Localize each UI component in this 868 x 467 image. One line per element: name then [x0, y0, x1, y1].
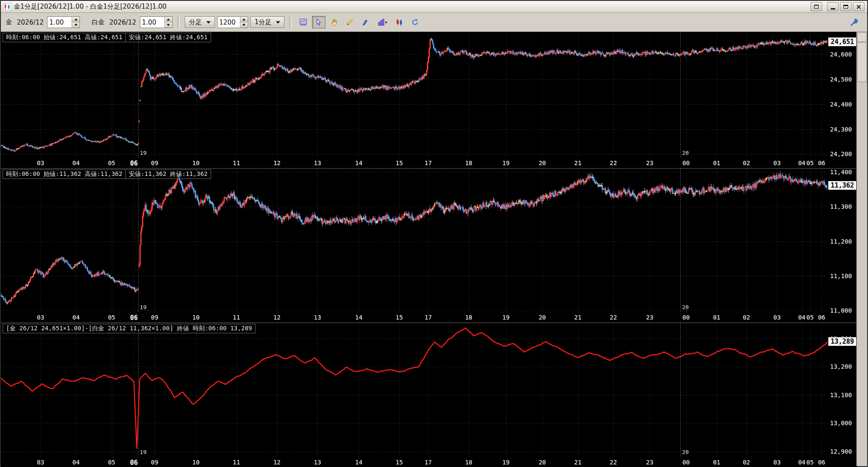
x-axis-hour-label: 23	[646, 160, 653, 166]
x-axis-hour-label: 00	[682, 459, 690, 466]
gold-multiplier-arrows	[72, 17, 79, 28]
x-axis-hour-label: 20	[539, 160, 546, 166]
date-marker-label: 19	[140, 449, 147, 455]
x-axis-hour-label: 01	[713, 160, 720, 166]
title-bar[interactable]: 金1分足[2026/12]1.00 - 白金1分足[2026/12]1.00 ×	[1, 1, 867, 13]
spread-x-axis: 0304050609101112131415171819202122230001…	[1, 457, 827, 467]
chart-settings-button[interactable]	[297, 16, 310, 28]
chart-window: 金1分足[2026/12]1.00 - 白金1分足[2026/12]1.00 ×…	[0, 0, 868, 467]
maximize-button[interactable]	[840, 2, 852, 11]
x-axis-hour-label: 14	[355, 314, 363, 321]
scrollbar-thumb[interactable]	[857, 42, 867, 82]
x-axis-hour-label: 11	[233, 160, 240, 166]
platinum-multiplier-input[interactable]	[140, 17, 164, 28]
gold-multiplier-input[interactable]	[47, 17, 72, 28]
minimize-button[interactable]	[827, 2, 839, 11]
x-axis-hour-label: 19	[502, 314, 510, 321]
x-axis-hour-label: 04	[73, 459, 80, 466]
y-axis-tick-label: 13,200	[830, 363, 852, 370]
x-axis-hour-label: 03	[773, 160, 781, 166]
spin-down-icon[interactable]	[240, 22, 248, 28]
x-axis-hour-label: 18	[465, 314, 472, 321]
platinum-candles-canvas[interactable]	[1, 169, 827, 312]
candlestick-style-button[interactable]	[393, 16, 406, 28]
timeframe-dropdown[interactable]: 1分足	[250, 16, 285, 28]
spin-up-icon[interactable]	[240, 17, 248, 22]
x-axis-hour-label: 13	[314, 160, 321, 166]
gold-ohlc-info-bar: 時刻:06:00 始値:24,651 高値:24,651安値:24,651 終値…	[3, 33, 211, 42]
x-axis-hour-label: 10	[193, 160, 200, 166]
x-axis-hour-label: 04	[73, 160, 80, 166]
x-axis-hour-label: 04	[798, 459, 805, 466]
x-axis-hour-label: 09	[151, 160, 158, 166]
x-axis-hour-label: 09	[151, 459, 158, 466]
x-axis-hour-label: 11	[233, 459, 240, 466]
chart-wrench-button[interactable]	[848, 16, 861, 28]
bar-type-dropdown[interactable]: 分足	[185, 16, 215, 28]
pan-hand-button[interactable]	[328, 16, 341, 28]
x-axis-hour-label: 10	[193, 459, 200, 466]
refresh-button[interactable]	[408, 16, 422, 28]
float-window-icon	[814, 5, 819, 9]
window-buttons: ×	[811, 2, 865, 11]
toolbar-separator	[178, 17, 180, 28]
x-axis-hour-label: 03	[37, 314, 44, 321]
chart-panel-spread: [金 26/12 24,651×1.00]-[白金 26/12 11,362×1…	[1, 323, 858, 467]
toolbar-separator	[290, 17, 291, 28]
x-axis-hour-label: 20	[539, 459, 546, 466]
close-icon: ×	[856, 3, 862, 10]
chart-stack: 時刻:06:00 始値:24,651 高値:24,651安値:24,651 終値…	[1, 32, 857, 466]
ohlc-info-segment: [金 26/12 24,651×1.00]-[白金 26/12 11,362×1…	[3, 324, 256, 333]
x-axis-hour-label: 18	[465, 459, 472, 466]
x-axis-hour-label: 06	[818, 314, 825, 321]
date-marker-label: 20	[682, 304, 689, 310]
bar-chart-menu-button[interactable]	[374, 16, 391, 28]
float-window-button[interactable]	[811, 2, 822, 11]
bar-chart-icon	[377, 18, 388, 26]
x-axis-hour-label: 05	[108, 160, 115, 166]
pan-hand-icon	[330, 18, 338, 26]
x-axis-hour-label: 03	[773, 459, 781, 466]
x-axis-hour-label: 04	[798, 314, 805, 321]
platinum-multiplier-stepper[interactable]	[140, 16, 173, 28]
chevron-down-icon	[206, 21, 211, 24]
x-axis-hour-label: 00	[682, 160, 690, 166]
ohlc-info-segment: 安値:11,362 終値:11,362	[125, 169, 211, 179]
bar-count-stepper[interactable]	[217, 16, 248, 28]
close-button[interactable]: ×	[853, 2, 865, 11]
current-price-box: 13,289	[828, 337, 857, 346]
x-axis-hour-label: 05	[806, 459, 814, 466]
gold-candles-canvas[interactable]	[1, 32, 827, 158]
spin-up-icon[interactable]	[72, 17, 79, 22]
x-axis-hour-label: 05	[806, 160, 814, 166]
x-axis-hour-label: 04	[73, 314, 80, 321]
platinum-contract-label: 2026/12	[109, 19, 136, 26]
ohlc-info-segment: 時刻:06:00 始値:24,651 高値:24,651	[3, 33, 126, 42]
platinum-y-axis: 11,40011,30011,20011,10011,00011,362	[827, 169, 858, 312]
y-axis-tick-label: 24,400	[830, 101, 852, 108]
y-axis-tick-label: 11,300	[830, 203, 852, 210]
bar-count-input[interactable]	[218, 17, 240, 28]
pencil-draw-button[interactable]	[343, 16, 357, 28]
x-axis-hour-label: 19	[502, 160, 510, 166]
spread-line-canvas[interactable]	[1, 323, 827, 457]
spin-down-icon[interactable]	[165, 22, 172, 28]
gold-contract-label: 2026/12	[17, 19, 44, 26]
date-marker-label: 19	[140, 150, 147, 156]
cursor-select-button[interactable]	[312, 16, 325, 28]
refresh-icon	[411, 18, 419, 26]
x-axis-hour-label: 22	[610, 314, 617, 321]
x-axis-hour-label: 21	[574, 160, 581, 166]
x-axis-hour-label: 19	[502, 459, 510, 466]
vertical-scrollbar[interactable]	[856, 32, 867, 466]
spin-down-icon[interactable]	[72, 22, 79, 28]
y-axis-tick-label: 24,600	[830, 51, 852, 58]
x-axis-hour-label: 02	[743, 160, 750, 166]
x-axis-hour-label: 14	[355, 459, 363, 466]
gold-multiplier-stepper[interactable]	[47, 16, 80, 28]
x-axis-hour-label: 14	[355, 160, 363, 166]
x-axis-hour-label: 06	[130, 314, 138, 322]
scrollbar-button[interactable]	[857, 32, 867, 42]
line-draw-button[interactable]	[359, 16, 372, 28]
spin-up-icon[interactable]	[165, 17, 172, 22]
